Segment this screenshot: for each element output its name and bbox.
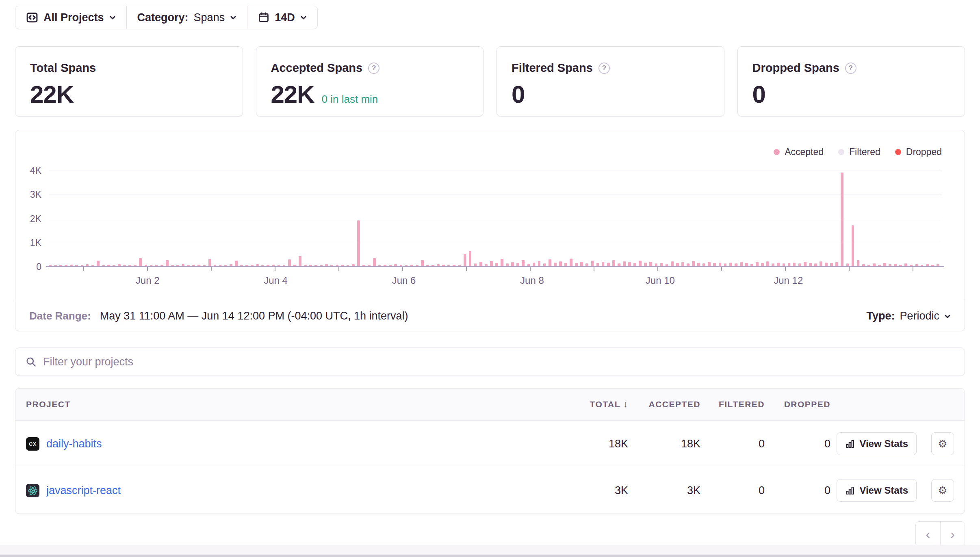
- search-input[interactable]: [43, 356, 955, 368]
- accepted-bar: [107, 265, 110, 266]
- accepted-bar: [314, 265, 317, 266]
- react-platform-icon: [26, 484, 39, 497]
- accepted-bar: [639, 261, 642, 266]
- accepted-bar: [618, 263, 620, 266]
- accepted-bar: [320, 265, 323, 266]
- accepted-bar: [197, 265, 200, 266]
- project-search: [15, 348, 965, 376]
- accepted-bar: [102, 265, 105, 266]
- x-axis-label: Jun 4: [264, 275, 288, 286]
- accepted-bar: [235, 261, 238, 266]
- date-period-dropdown[interactable]: 14D: [247, 6, 317, 29]
- column-header-project[interactable]: Project: [26, 399, 559, 409]
- chart-footer: Date Range: May 31 11:00 AM — Jun 14 12:…: [15, 301, 965, 331]
- filter-bar: All Projects Category: Spans 14D: [15, 6, 318, 29]
- chart-legend: AcceptedFilteredDropped: [774, 147, 942, 158]
- react-icon: [27, 485, 38, 496]
- filtered-cell: 0: [700, 484, 765, 497]
- accepted-bar: [835, 262, 838, 266]
- accepted-bar: [267, 265, 269, 266]
- next-page-button[interactable]: ›: [940, 522, 965, 546]
- date-range-label: Date Range:: [29, 310, 91, 322]
- column-header-accepted[interactable]: Accepted: [628, 399, 700, 409]
- legend-item-dropped[interactable]: Dropped: [895, 147, 942, 158]
- legend-item-accepted[interactable]: Accepted: [774, 147, 824, 158]
- accepted-bar: [883, 263, 886, 266]
- accepted-bar: [81, 265, 84, 266]
- accepted-bar: [549, 259, 551, 266]
- accepted-bar: [214, 265, 217, 266]
- accepted-bar: [655, 263, 658, 266]
- accepted-bar: [373, 258, 376, 266]
- accepted-bar: [384, 265, 386, 266]
- accepted-bar: [426, 265, 429, 266]
- accepted-bar: [904, 263, 907, 266]
- accepted-bar: [713, 263, 716, 266]
- type-label: Type:: [866, 310, 895, 322]
- accepted-bar: [208, 259, 211, 266]
- project-settings-button[interactable]: ⚙: [931, 479, 954, 502]
- accepted-bar: [852, 225, 854, 266]
- legend-item-filtered[interactable]: Filtered: [838, 147, 880, 158]
- accepted-bar: [75, 265, 78, 266]
- bar-chart-icon: [845, 486, 855, 495]
- accepted-bar: [192, 265, 195, 266]
- project-link[interactable]: javascript-react: [46, 484, 121, 497]
- y-axis-label: 0: [15, 261, 41, 272]
- chevron-left-icon: ‹: [926, 526, 930, 542]
- project-link[interactable]: daily-habits: [46, 438, 102, 450]
- accepted-bar: [474, 263, 477, 266]
- accepted-bar: [447, 265, 450, 266]
- accepted-bar: [299, 256, 301, 266]
- column-header-total[interactable]: Total ↓: [559, 399, 628, 409]
- accepted-bar: [777, 263, 780, 266]
- accepted-bar: [692, 261, 695, 266]
- category-filter-dropdown[interactable]: Category: Spans: [126, 6, 247, 29]
- y-axis-label: 4K: [15, 165, 41, 176]
- accepted-bar: [171, 265, 174, 266]
- accepted-bar: [123, 265, 126, 266]
- accepted-bar: [442, 265, 445, 266]
- accepted-bar: [431, 265, 434, 266]
- accepted-bar: [362, 265, 365, 266]
- accepted-bar: [65, 265, 67, 266]
- accepted-bar: [511, 262, 514, 266]
- type-dropdown[interactable]: Type: Periodic: [866, 310, 951, 322]
- accepted-bar: [570, 259, 572, 266]
- accepted-bar: [155, 265, 158, 266]
- accepted-bar: [602, 262, 605, 266]
- projects-filter-label: All Projects: [43, 11, 104, 24]
- accepted-bar: [559, 261, 562, 266]
- previous-page-button[interactable]: ‹: [916, 522, 940, 546]
- accepted-bar: [633, 263, 636, 266]
- column-header-dropped[interactable]: Dropped: [765, 399, 830, 409]
- chevron-down-icon: [230, 14, 236, 21]
- chart-plot-area: [49, 171, 942, 267]
- card-title: Dropped Spans: [752, 61, 839, 75]
- accepted-bar: [798, 263, 801, 266]
- accepted-bar: [830, 263, 833, 266]
- column-header-filtered[interactable]: Filtered: [700, 399, 765, 409]
- accepted-bar: [59, 265, 62, 266]
- accepted-bar: [325, 264, 328, 266]
- accepted-bar: [347, 265, 349, 266]
- projects-icon: [26, 11, 38, 24]
- card-title: Accepted Spans: [271, 61, 363, 75]
- projects-filter-dropdown[interactable]: All Projects: [15, 6, 126, 29]
- view-stats-button[interactable]: View Stats: [837, 479, 917, 502]
- accepted-bar: [272, 265, 275, 266]
- help-icon[interactable]: ?: [598, 63, 610, 74]
- accepted-bar: [867, 265, 870, 266]
- accepted-bar: [70, 265, 73, 266]
- project-settings-button[interactable]: ⚙: [931, 432, 954, 455]
- card-value: 0: [752, 80, 765, 108]
- accepted-bar: [283, 265, 286, 266]
- accepted-bar: [453, 265, 455, 266]
- accepted-bar: [846, 263, 849, 266]
- help-icon[interactable]: ?: [368, 63, 379, 74]
- filtered-cell: 0: [700, 438, 765, 450]
- y-axis-label: 2K: [15, 214, 41, 225]
- accepted-bar: [804, 262, 807, 266]
- help-icon[interactable]: ?: [845, 63, 856, 74]
- view-stats-button[interactable]: View Stats: [837, 432, 917, 455]
